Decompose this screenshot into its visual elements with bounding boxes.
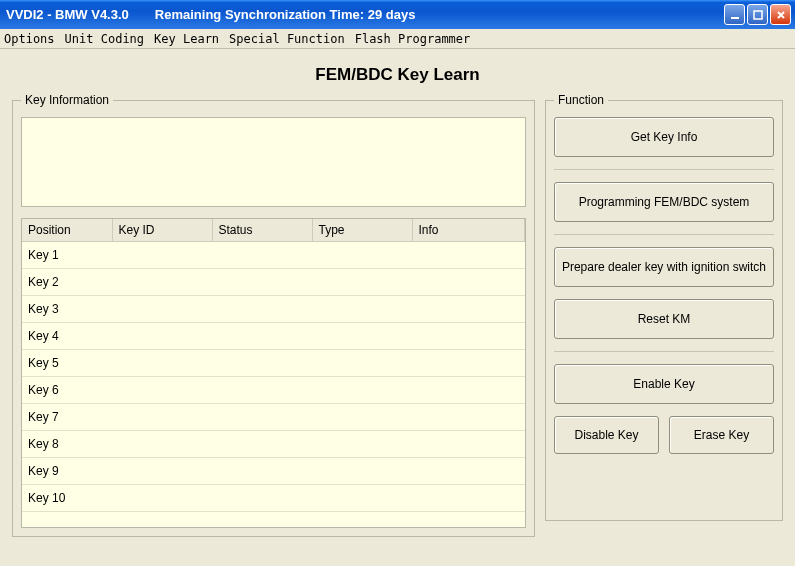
cell-type (312, 485, 412, 512)
svg-rect-0 (731, 17, 739, 19)
close-icon (775, 9, 787, 21)
window-title: VVDI2 - BMW V4.3.0 (6, 7, 129, 22)
cell-type (312, 269, 412, 296)
col-type[interactable]: Type (312, 219, 412, 242)
cell-type (312, 458, 412, 485)
menu-flash-programmer[interactable]: Flash Programmer (355, 32, 471, 46)
table-row[interactable]: Key 7 (22, 404, 525, 431)
cell-type (312, 377, 412, 404)
table-row[interactable]: Key 6 (22, 377, 525, 404)
cell-type (312, 350, 412, 377)
cell-key_id (112, 323, 212, 350)
page-title: FEM/BDC Key Learn (12, 65, 783, 85)
separator (554, 169, 774, 170)
cell-status (212, 296, 312, 323)
cell-key_id (112, 431, 212, 458)
cell-type (312, 296, 412, 323)
key-information-legend: Key Information (21, 93, 113, 107)
function-group: Function Get Key Info Programming FEM/BD… (545, 93, 783, 521)
maximize-icon (752, 9, 764, 21)
cell-position: Key 3 (22, 296, 112, 323)
cell-info (412, 485, 525, 512)
cell-status (212, 323, 312, 350)
table-header-row: Position Key ID Status Type Info (22, 219, 525, 242)
cell-position: Key 4 (22, 323, 112, 350)
cell-key_id (112, 458, 212, 485)
cell-status (212, 269, 312, 296)
cell-position: Key 5 (22, 350, 112, 377)
table-row[interactable]: Key 8 (22, 431, 525, 458)
table-row[interactable]: Key 2 (22, 269, 525, 296)
cell-position: Key 2 (22, 269, 112, 296)
enable-key-button[interactable]: Enable Key (554, 364, 774, 404)
cell-key_id (112, 296, 212, 323)
cell-position: Key 6 (22, 377, 112, 404)
menubar: Options Unit Coding Key Learn Special Fu… (0, 29, 795, 49)
cell-info (412, 350, 525, 377)
col-info[interactable]: Info (412, 219, 525, 242)
minimize-icon (729, 9, 741, 21)
cell-position: Key 7 (22, 404, 112, 431)
key-table[interactable]: Position Key ID Status Type Info Key 1Ke… (21, 218, 526, 528)
cell-status (212, 377, 312, 404)
cell-info (412, 431, 525, 458)
menu-special-function[interactable]: Special Function (229, 32, 345, 46)
cell-status (212, 350, 312, 377)
separator (554, 234, 774, 235)
erase-key-button[interactable]: Erase Key (669, 416, 774, 454)
menu-options[interactable]: Options (4, 32, 55, 46)
cell-status (212, 485, 312, 512)
cell-info (412, 242, 525, 269)
cell-status (212, 431, 312, 458)
cell-status (212, 458, 312, 485)
cell-key_id (112, 350, 212, 377)
cell-info (412, 404, 525, 431)
cell-key_id (112, 404, 212, 431)
cell-key_id (112, 377, 212, 404)
cell-position: Key 10 (22, 485, 112, 512)
cell-info (412, 323, 525, 350)
table-row[interactable]: Key 9 (22, 458, 525, 485)
col-position[interactable]: Position (22, 219, 112, 242)
close-button[interactable] (770, 4, 791, 25)
table-row[interactable]: Key 4 (22, 323, 525, 350)
cell-position: Key 8 (22, 431, 112, 458)
reset-km-button[interactable]: Reset KM (554, 299, 774, 339)
prepare-dealer-key-button[interactable]: Prepare dealer key with ignition switch (554, 247, 774, 287)
cell-type (312, 323, 412, 350)
table-row[interactable]: Key 1 (22, 242, 525, 269)
minimize-button[interactable] (724, 4, 745, 25)
key-information-text[interactable] (21, 117, 526, 207)
col-status[interactable]: Status (212, 219, 312, 242)
window-subtitle: Remaining Synchronization Time: 29 days (155, 7, 416, 22)
cell-key_id (112, 242, 212, 269)
get-key-info-button[interactable]: Get Key Info (554, 117, 774, 157)
table-row[interactable]: Key 5 (22, 350, 525, 377)
cell-type (312, 242, 412, 269)
cell-position: Key 9 (22, 458, 112, 485)
col-key-id[interactable]: Key ID (112, 219, 212, 242)
cell-position: Key 1 (22, 242, 112, 269)
menu-key-learn[interactable]: Key Learn (154, 32, 219, 46)
programming-button[interactable]: Programming FEM/BDC system (554, 182, 774, 222)
cell-info (412, 458, 525, 485)
cell-key_id (112, 269, 212, 296)
titlebar: VVDI2 - BMW V4.3.0 Remaining Synchroniza… (0, 0, 795, 29)
cell-info (412, 296, 525, 323)
cell-info (412, 269, 525, 296)
table-row[interactable]: Key 10 (22, 485, 525, 512)
cell-status (212, 404, 312, 431)
disable-key-button[interactable]: Disable Key (554, 416, 659, 454)
separator (554, 351, 774, 352)
cell-type (312, 404, 412, 431)
cell-info (412, 377, 525, 404)
cell-type (312, 431, 412, 458)
function-legend: Function (554, 93, 608, 107)
cell-key_id (112, 485, 212, 512)
menu-unit-coding[interactable]: Unit Coding (65, 32, 144, 46)
svg-rect-1 (754, 11, 762, 19)
maximize-button[interactable] (747, 4, 768, 25)
key-information-group: Key Information Position Key ID Status T… (12, 93, 535, 537)
table-row[interactable]: Key 3 (22, 296, 525, 323)
cell-status (212, 242, 312, 269)
